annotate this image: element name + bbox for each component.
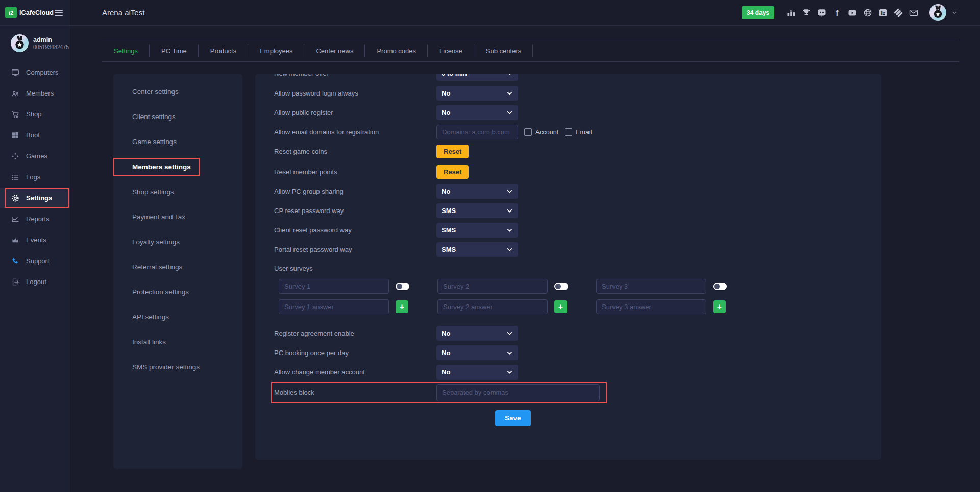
submenu-center-settings[interactable]: Center settings [113, 79, 242, 104]
facebook-icon[interactable]: f [832, 8, 842, 18]
license-days-badge[interactable]: 34 days [742, 6, 774, 19]
register-agreement-select[interactable]: No [436, 326, 518, 341]
pc-booking-select[interactable]: No [436, 345, 518, 360]
mobiles-block-input[interactable] [436, 384, 600, 401]
topbar: Arena aiTest 34 days f i2 [70, 0, 980, 26]
submenu-loyalty-settings[interactable]: Loyalty settings [113, 229, 242, 254]
user-avatar[interactable] [11, 34, 29, 52]
chevron-down-icon [506, 207, 513, 214]
sidebar-item-reports[interactable]: Reports [0, 208, 70, 229]
field-label: PC booking once per day [274, 349, 436, 357]
survey-2-toggle[interactable] [554, 283, 568, 290]
survey-1-input[interactable] [279, 279, 389, 294]
select-value: No [442, 368, 450, 376]
chevron-down-icon [506, 227, 513, 233]
sidebar-item-label: Boot [26, 131, 40, 139]
pc-group-sharing-select[interactable]: No [436, 184, 518, 199]
sidebar-item-members[interactable]: Members [0, 83, 70, 104]
submenu-referral-settings[interactable]: Referral settings [113, 254, 242, 279]
tab-license[interactable]: License [428, 40, 474, 61]
sidebar-item-logout[interactable]: Logout [0, 271, 70, 292]
tab-settings[interactable]: Settings [102, 40, 150, 61]
sidebar-item-games[interactable]: Games [0, 146, 70, 167]
sidebar-item-settings[interactable]: Settings [0, 188, 70, 208]
tab-employees[interactable]: Employees [248, 40, 304, 61]
allow-public-register-select[interactable]: No [436, 105, 518, 120]
cp-reset-password-select[interactable]: SMS [436, 203, 518, 218]
submenu-shop-settings[interactable]: Shop settings [113, 179, 242, 204]
user-id: 005193482475 [33, 44, 69, 51]
user-avatar[interactable] [929, 4, 946, 21]
chevron-down-icon[interactable] [951, 10, 958, 16]
icafe-badge-icon[interactable]: i2 [878, 8, 888, 18]
reset-game-coins-button[interactable]: Reset [436, 145, 469, 158]
email-checkbox[interactable] [565, 128, 572, 136]
sidebar-item-label: Computers [26, 68, 59, 76]
tab-sub-centers[interactable]: Sub centers [474, 40, 533, 61]
discord-icon[interactable] [817, 8, 827, 18]
layers-icon[interactable] [893, 8, 903, 18]
reset-member-points-button[interactable]: Reset [436, 165, 469, 179]
survey-2-input[interactable] [437, 279, 548, 294]
icafecloud-logo[interactable]: i2 iCafeCloud [5, 7, 54, 18]
mail-icon[interactable] [909, 8, 919, 18]
sidebar-item-label: Settings [26, 194, 52, 202]
globe-icon[interactable] [863, 8, 873, 18]
sidebar-item-label: Logs [26, 173, 40, 181]
survey-1-add-answer-button[interactable]: + [396, 300, 408, 313]
field-label: Client reset password way [274, 226, 436, 234]
tab-products[interactable]: Products [199, 40, 248, 61]
allow-change-member-account-select[interactable]: No [436, 365, 518, 380]
portal-reset-password-select[interactable]: SMS [436, 242, 518, 257]
sidebar-item-label: Games [26, 152, 47, 160]
submenu-api-settings[interactable]: API settings [113, 304, 242, 330]
submenu-members-settings[interactable]: Members settings [113, 154, 242, 179]
survey-3-answer-input[interactable] [596, 299, 706, 314]
submenu-protection-settings[interactable]: Protection settings [113, 279, 242, 304]
sidebar-header: i2 iCafeCloud [0, 0, 70, 26]
sidebar-item-support[interactable]: Support [0, 250, 70, 271]
tab-center-news[interactable]: Center news [304, 40, 365, 61]
survey-1-toggle[interactable] [396, 283, 409, 290]
form-row-register-agreement: Register agreement enable No [274, 326, 881, 341]
sidebar-item-computers[interactable]: Computers [0, 62, 70, 83]
field-label: Reset game coins [274, 148, 436, 155]
survey-3-add-answer-button[interactable]: + [713, 300, 726, 313]
submenu-payment-and-tax[interactable]: Payment and Tax [113, 204, 242, 229]
save-button[interactable]: Save [495, 410, 531, 426]
sidebar-item-label: Reports [26, 215, 50, 223]
email-domains-input[interactable] [436, 125, 518, 139]
games-icon [11, 152, 20, 161]
survey-3-input[interactable] [596, 279, 706, 294]
trophy-icon[interactable] [801, 8, 812, 18]
sidebar-item-logs[interactable]: Logs [0, 167, 70, 188]
tab-promo-codes[interactable]: Promo codes [365, 40, 428, 61]
tab-bar: Settings PC Time Products Employees Cent… [102, 40, 959, 62]
new-member-offer-select[interactable]: 0 to min [436, 74, 518, 81]
survey-2-answer-input[interactable] [437, 299, 548, 314]
sidebar-item-label: Logout [26, 278, 46, 286]
select-value: SMS [442, 207, 456, 215]
survey-1-answer-input[interactable] [279, 299, 389, 314]
sidebar-item-label: Members [26, 89, 54, 97]
account-checkbox[interactable] [524, 128, 532, 136]
sidebar-item-boot[interactable]: Boot [0, 125, 70, 146]
sidebar-item-events[interactable]: Events [0, 229, 70, 250]
survey-2-add-answer-button[interactable]: + [554, 300, 567, 313]
hamburger-menu-icon[interactable] [54, 8, 64, 18]
form-row-save: Save [495, 410, 881, 426]
survey-3-toggle[interactable] [713, 283, 727, 290]
submenu-sms-provider-settings[interactable]: SMS provider settings [113, 355, 242, 380]
allow-password-login-select[interactable]: No [436, 86, 518, 101]
submenu-install-links[interactable]: Install links [113, 330, 242, 355]
submenu-game-settings[interactable]: Game settings [113, 129, 242, 154]
submenu-client-settings[interactable]: Client settings [113, 104, 242, 129]
form-row-reset-member-points: Reset member points Reset [274, 165, 881, 179]
tab-pc-time[interactable]: PC Time [150, 40, 199, 61]
ranking-icon[interactable] [786, 8, 796, 18]
members-people-icon [11, 89, 20, 98]
submenu-item-label: Members settings [132, 163, 191, 171]
sidebar-item-shop[interactable]: Shop [0, 104, 70, 125]
client-reset-password-select[interactable]: SMS [436, 223, 518, 238]
youtube-icon[interactable] [847, 8, 857, 18]
